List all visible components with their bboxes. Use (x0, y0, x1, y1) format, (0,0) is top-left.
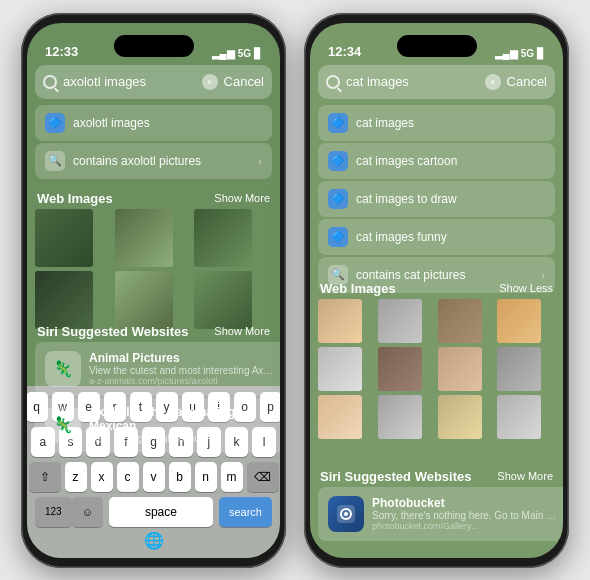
key-num[interactable]: 123 (35, 497, 72, 527)
signal-icon-2: ▂▄▆ (495, 48, 518, 59)
key-search[interactable]: search (219, 497, 272, 527)
phone-1: 12:33 ▂▄▆ 5G ▊ axolotl images × Cancel 🔷… (21, 13, 286, 568)
cat-cell-5[interactable] (318, 347, 362, 391)
web-images-title-1: Web Images (37, 191, 113, 206)
web-images-header-2: Web Images Show Less (310, 275, 563, 299)
search-query-2[interactable]: cat images (346, 74, 485, 89)
cat-sug-text-2: cat images cartoon (356, 154, 545, 168)
suggestions-2: 🔷 cat images 🔷 cat images cartoon 🔷 cat … (318, 105, 555, 295)
browser-icon-1: 🔷 (45, 113, 65, 133)
search-query-1[interactable]: axolotl images (63, 74, 202, 89)
grid-cell-2[interactable] (115, 209, 173, 267)
signal-icon-1: ▂▄▆ (212, 48, 235, 59)
cat-cell-4[interactable] (497, 299, 541, 343)
site-icon-2: 🦎 (45, 407, 81, 443)
suggested-sites-2: Photobucket Sorry, there's nothing here.… (318, 487, 563, 541)
search-clear-2[interactable]: × (485, 74, 501, 90)
dynamic-island-1 (114, 35, 194, 57)
time-2: 12:34 (328, 44, 361, 59)
cat-suggestion-1[interactable]: 🔷 cat images (318, 105, 555, 141)
suggestion-item-1[interactable]: 🔷 axolotl images (35, 105, 272, 141)
time-1: 12:33 (45, 44, 78, 59)
suggestion-item-2[interactable]: 🔍 contains axolotl pictures › (35, 143, 272, 179)
key-m[interactable]: m (221, 462, 243, 492)
siri-sites-header-1: Siri Suggested Websites Show More (27, 318, 280, 342)
photobucket-name: Photobucket (372, 496, 561, 510)
key-c[interactable]: c (117, 462, 139, 492)
phone-2-frame: 12:34 ▂▄▆ 5G ▊ cat images × Cancel 🔷 cat… (304, 13, 569, 568)
site-info-2: Axolotls: The Fascinating Mexican View t… (89, 405, 278, 444)
cat-cell-3[interactable] (438, 299, 482, 343)
cat-suggestion-2[interactable]: 🔷 cat images cartoon (318, 143, 555, 179)
key-z[interactable]: z (65, 462, 87, 492)
key-b[interactable]: b (169, 462, 191, 492)
site-desc-2: View the Tiger Salamander... (89, 433, 278, 444)
cat-cell-12[interactable] (497, 395, 541, 439)
suggestions-1: 🔷 axolotl images 🔍 contains axolotl pict… (35, 105, 272, 181)
cat-sug-text-1: cat images (356, 116, 545, 130)
dynamic-island-2 (397, 35, 477, 57)
cat-cell-10[interactable] (378, 395, 422, 439)
site-item-2[interactable]: 🦎 Axolotls: The Fascinating Mexican View… (35, 398, 280, 452)
phone-2-screen: 12:34 ▂▄▆ 5G ▊ cat images × Cancel 🔷 cat… (310, 23, 563, 558)
network-icon-2: 5G (521, 48, 534, 59)
suggestion-text-2: contains axolotl pictures (73, 154, 250, 168)
cat-cell-1[interactable] (318, 299, 362, 343)
arrow-icon-1: › (258, 155, 262, 167)
site-url-1: a-z-animals.com/pictures/axolotl (89, 376, 278, 386)
key-emoji[interactable]: ☺ (72, 497, 103, 527)
photobucket-desc: Sorry, there's nothing here. Go to Main … (372, 510, 561, 521)
cat-cell-9[interactable] (318, 395, 362, 439)
status-icons-1: ▂▄▆ 5G ▊ (212, 48, 262, 59)
cat-images-section: Web Images Show Less (310, 275, 563, 439)
cat-cell-11[interactable] (438, 395, 482, 439)
cat-cell-7[interactable] (438, 347, 482, 391)
key-x[interactable]: x (91, 462, 113, 492)
key-space[interactable]: space (109, 497, 213, 527)
site-icon-1: 🦎 (45, 351, 81, 387)
cat-suggestion-4[interactable]: 🔷 cat images funny (318, 219, 555, 255)
suggested-sites-1: 🦎 Animal Pictures View the cutest and mo… (35, 342, 280, 452)
site-item-1[interactable]: 🦎 Animal Pictures View the cutest and mo… (35, 342, 280, 396)
siri-sites-more-1[interactable]: Show More (214, 325, 270, 337)
key-n[interactable]: n (195, 462, 217, 492)
phone-1-screen: 12:33 ▂▄▆ 5G ▊ axolotl images × Cancel 🔷… (27, 23, 280, 558)
web-images-header-1: Web Images Show More (27, 185, 280, 209)
cat-sug-text-3: cat images to draw (356, 192, 545, 206)
web-images-more-1[interactable]: Show More (214, 192, 270, 204)
siri-sites-title-1: Siri Suggested Websites (37, 324, 188, 339)
grid-cell-1[interactable] (35, 209, 93, 267)
cat-cell-8[interactable] (497, 347, 541, 391)
search-bar-2[interactable]: cat images × Cancel (318, 65, 555, 99)
globe-icon[interactable]: 🌐 (144, 531, 164, 550)
cat-cell-2[interactable] (378, 299, 422, 343)
key-delete[interactable]: ⌫ (247, 462, 279, 492)
siri-sites-more-2[interactable]: Show More (497, 470, 553, 482)
grid-cell-3[interactable] (194, 209, 252, 267)
cat-sug-text-4: cat images funny (356, 230, 545, 244)
search-clear-1[interactable]: × (202, 74, 218, 90)
cat-suggestion-3[interactable]: 🔷 cat images to draw (318, 181, 555, 217)
search-bar-1[interactable]: axolotl images × Cancel (35, 65, 272, 99)
photobucket-url: photobucket.com/Gallery... (372, 521, 561, 531)
browser-icon-cat-1: 🔷 (328, 113, 348, 133)
site-name-2: Axolotls: The Fascinating Mexican (89, 405, 278, 433)
cat-cell-6[interactable] (378, 347, 422, 391)
photobucket-item[interactable]: Photobucket Sorry, there's nothing here.… (318, 487, 563, 541)
key-shift[interactable]: ⇧ (29, 462, 61, 492)
battery-icon-1: ▊ (254, 48, 262, 59)
site-desc-1: View the cutest and most interesting Axo… (89, 365, 278, 376)
siri-sites-title-2: Siri Suggested Websites (320, 469, 471, 484)
image-grid-1 (27, 209, 280, 329)
search-icon-1 (43, 75, 57, 89)
cancel-button-1[interactable]: Cancel (224, 74, 264, 89)
search-sug-icon-1: 🔍 (45, 151, 65, 171)
battery-icon-2: ▊ (537, 48, 545, 59)
photobucket-icon (328, 496, 364, 532)
siri-sites-header-2: Siri Suggested Websites Show More (310, 463, 563, 487)
key-v[interactable]: v (143, 462, 165, 492)
svg-point-2 (344, 512, 348, 516)
web-images-more-2[interactable]: Show Less (499, 282, 553, 294)
cancel-button-2[interactable]: Cancel (507, 74, 547, 89)
key-row-bottom: 123 ☺ space search (31, 497, 276, 527)
